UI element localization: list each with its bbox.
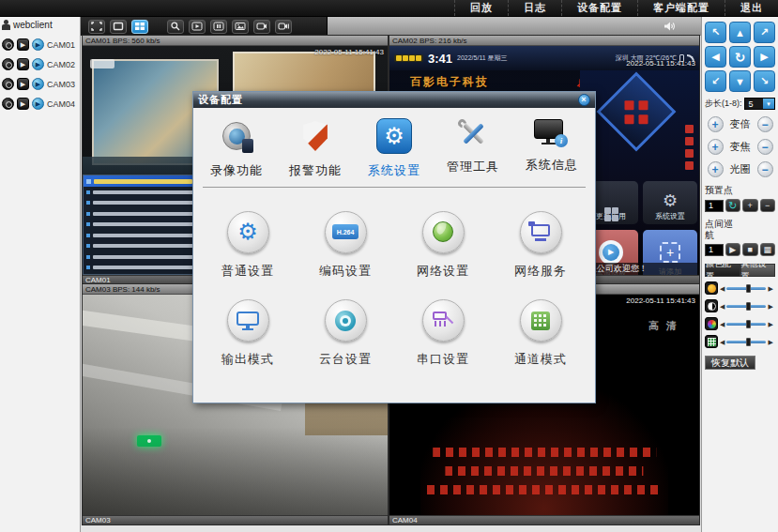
slider-right-arrow[interactable]: ▶ [768,303,772,310]
live-stream-icon[interactable]: ▶ [32,38,44,51]
slider-right-arrow[interactable]: ▶ [768,285,772,292]
encode-settings-item[interactable]: H.264 编码设置 [297,201,394,290]
brightness-slider[interactable] [726,287,766,290]
record-button[interactable] [253,20,270,34]
cruise-start-button[interactable]: ▶ [725,243,741,256]
slider-left-arrow[interactable]: ◀ [720,285,725,292]
camera-label[interactable]: CAM02 [47,60,75,69]
ptz-down-left-button[interactable]: ↙ [705,70,726,92]
network-globe-icon[interactable] [422,211,465,253]
dialog-title-bar[interactable]: 设备配置 × [193,92,595,108]
encode-h264-icon[interactable]: H.264 [325,211,367,253]
play-stream-button[interactable] [189,20,206,34]
hue-slider[interactable] [726,341,766,343]
live-stream-icon[interactable]: ▶ [32,98,44,110]
live-stream-icon[interactable]: ▶ [32,58,44,70]
tab-color-config[interactable]: 颜色配置 [705,264,740,277]
preset-add-button[interactable]: + [742,199,758,212]
focus-in-button[interactable]: + [708,139,724,155]
restore-defaults-button[interactable]: 恢复默认 [705,356,755,370]
camera-label[interactable]: CAM01 [47,40,75,50]
camera-row-cam01[interactable]: ▶ ▶ CAM01 [0,35,80,54]
tab-record-function[interactable]: 录像功能 [197,117,276,179]
serial-settings-item[interactable]: 串口设置 [394,290,492,379]
output-monitor-icon[interactable] [227,299,269,342]
quad-view-button[interactable] [131,20,148,34]
tab-other-config[interactable]: 其他设置 [740,264,776,277]
ptz-up-button[interactable]: ▲ [729,22,751,43]
record-dot-icon[interactable] [2,38,14,51]
cruise-setup-button[interactable]: ▦ [760,243,776,256]
ptz-settings-icon[interactable] [325,299,367,342]
network-service-item[interactable]: 网络服务 [492,201,589,290]
camera-row-cam03[interactable]: ▶ ▶ CAM03 [0,74,80,94]
ptz-down-button[interactable]: ▼ [729,70,751,92]
slider-left-arrow[interactable]: ◀ [720,303,725,310]
cruise-stop-button[interactable]: ■ [742,243,758,256]
record-dot-icon[interactable] [2,78,14,90]
network-service-icon[interactable] [520,211,562,253]
slider-left-arrow[interactable]: ◀ [720,321,725,327]
play-icon[interactable]: ▶ [17,98,29,110]
tab-system-info[interactable]: i 系统信息 [512,117,591,179]
focus-out-button[interactable]: − [757,139,773,155]
live-stream-icon[interactable]: ▶ [32,78,44,90]
camera-label[interactable]: CAM04 [47,99,75,109]
saturation-slider[interactable] [726,323,766,326]
tab-alarm-function[interactable]: 报警功能 [276,117,355,179]
play-icon[interactable]: ▶ [17,38,29,51]
ptz-down-right-button[interactable]: ↘ [754,70,775,92]
zoom-in-button[interactable]: + [708,116,724,132]
slider-thumb[interactable] [746,338,751,346]
ptz-up-left-button[interactable]: ↖ [705,22,726,43]
play-icon[interactable]: ▶ [17,78,29,90]
camera-row-cam02[interactable]: ▶ ▶ CAM02 [0,54,80,74]
camera-row-cam04[interactable]: ▶ ▶ CAM04 [0,94,80,114]
device-config-button[interactable]: 设备配置 [561,0,637,16]
camera-label[interactable]: CAM03 [47,80,75,89]
volume-icon[interactable] [664,21,677,32]
iris-close-button[interactable]: − [757,161,773,177]
channel-mode-item[interactable]: 通道模式 [492,290,589,379]
iris-open-button[interactable]: + [708,161,724,177]
tab-system-settings[interactable]: ⚙ 系统设置 [355,117,434,179]
ptz-auto-scan-button[interactable]: ↻ [729,46,751,68]
preset-input[interactable]: 1 [705,200,724,212]
snapshot-button[interactable] [232,20,249,34]
exit-button[interactable]: 退出 [725,0,778,16]
ptz-right-button[interactable]: ▶ [754,46,775,68]
fullscreen-button[interactable] [88,20,105,34]
slider-right-arrow[interactable]: ▶ [768,339,772,345]
ptz-settings-item[interactable]: 云台设置 [297,290,394,379]
record-dot-icon[interactable] [2,98,14,110]
client-config-button[interactable]: 客户端配置 [637,0,725,16]
channel-mode-icon[interactable] [520,299,562,342]
record-dot-icon[interactable] [2,58,14,70]
slider-left-arrow[interactable]: ◀ [720,339,725,345]
record-single-button[interactable] [275,20,292,34]
pause-stream-button[interactable] [210,20,227,34]
output-mode-item[interactable]: 输出模式 [199,290,297,379]
ptz-up-right-button[interactable]: ↗ [754,22,775,43]
playback-button[interactable]: 回放 [454,0,508,16]
preset-delete-button[interactable]: − [760,199,776,212]
slider-thumb[interactable] [746,284,751,293]
play-icon[interactable]: ▶ [17,58,29,70]
zoom-out-button[interactable]: − [757,116,773,132]
slider-thumb[interactable] [746,302,751,311]
tab-management-tools[interactable]: 管理工具 [434,117,512,179]
general-settings-icon[interactable]: ⚙ [227,211,269,253]
preset-goto-icon[interactable]: ↻ [725,199,741,212]
digital-zoom-button[interactable] [167,20,184,34]
general-settings-item[interactable]: ⚙ 普通设置 [199,201,297,290]
step-select[interactable]: 5 ▼ [744,98,775,110]
network-settings-item[interactable]: 网络设置 [394,201,492,290]
contrast-slider[interactable] [726,305,766,308]
slider-thumb[interactable] [746,320,751,328]
single-view-button[interactable] [110,20,127,34]
cruise-input[interactable]: 1 [705,244,724,256]
ptz-left-button[interactable]: ◀ [705,46,726,68]
slider-right-arrow[interactable]: ▶ [768,321,772,327]
close-icon[interactable]: × [578,94,590,106]
log-button[interactable]: 日志 [508,0,561,16]
